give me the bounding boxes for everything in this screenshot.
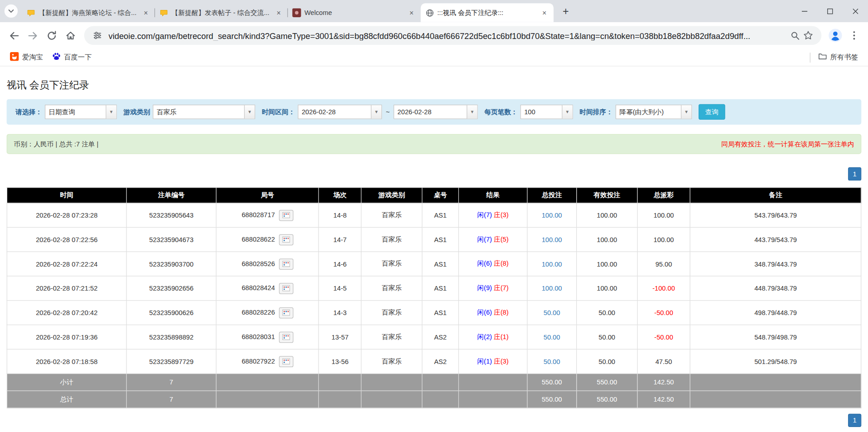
chevron-down-icon[interactable]: ▼ xyxy=(371,105,381,118)
reload-button[interactable] xyxy=(42,26,61,45)
total-bet-link[interactable]: 100.00 xyxy=(542,260,562,268)
cell-session: 14-5 xyxy=(318,276,361,301)
date-from-select[interactable]: 2026-02-28 ▼ xyxy=(298,105,382,119)
url-bar[interactable]: videoie.com/game/betrecord_search/kind3?… xyxy=(84,26,822,45)
tab-close-icon[interactable]: × xyxy=(141,8,151,18)
all-bookmarks-button[interactable]: 所有书签 xyxy=(814,50,863,64)
zoom-icon[interactable] xyxy=(788,31,801,40)
minimize-button[interactable] xyxy=(791,0,817,22)
tab-close-icon[interactable]: × xyxy=(407,8,416,18)
page-number-button[interactable]: 1 xyxy=(848,414,861,427)
cell-bet-id: 523235905643 xyxy=(126,203,216,228)
cell-time: 2026-02-28 07:21:52 xyxy=(7,276,126,301)
bet-row: 2026-02-28 07:22:56523235904673688028622… xyxy=(7,228,861,252)
page-content: 视讯 会员下注纪录 请选择： 日期查询 ▼ 游戏类别 百家乐 ▼ 时间区间： 2… xyxy=(0,67,868,427)
back-button[interactable] xyxy=(5,26,24,45)
total-row: 总计7550.00550.00142.50 xyxy=(7,391,861,408)
round-number: 688028226 xyxy=(241,308,275,316)
menu-kebab-icon[interactable] xyxy=(845,26,864,45)
cell-result: 闲(6) 庄(8) xyxy=(459,301,527,325)
minimize-icon xyxy=(801,8,807,14)
query-type-select[interactable]: 日期查询 ▼ xyxy=(45,105,117,119)
query-type-label: 请选择： xyxy=(15,107,42,116)
cell-payout: 142.50 xyxy=(637,391,690,408)
tab-title: :::视讯 会员下注纪录::: xyxy=(437,8,536,18)
welcome-favicon-icon xyxy=(292,8,301,17)
sort-select[interactable]: 降幂(由大到小) ▼ xyxy=(616,105,692,119)
result-banker: 庄(7) xyxy=(494,284,509,292)
total-bet-link[interactable]: 50.00 xyxy=(544,333,560,341)
url-text[interactable]: videoie.com/game/betrecord_search/kind3?… xyxy=(108,31,782,40)
page-size-value: 100 xyxy=(521,105,562,118)
tab-forum-thread-2[interactable]: 【新提醒】发表帖子 - 综合交流... × xyxy=(155,3,288,22)
home-button[interactable] xyxy=(61,26,80,45)
chevron-down-icon[interactable]: ▼ xyxy=(106,105,116,118)
pagination-bottom: 1 xyxy=(7,414,862,427)
cell-bet-id: 523235904673 xyxy=(126,228,216,252)
roadmap-button[interactable] xyxy=(279,234,293,245)
cell-game: 百家乐 xyxy=(362,276,422,301)
cell-table-no: AS2 xyxy=(422,325,459,349)
total-bet-link[interactable]: 100.00 xyxy=(542,211,562,219)
close-window-button[interactable] xyxy=(843,0,868,22)
tab-close-icon[interactable]: × xyxy=(274,8,284,18)
total-bet-link[interactable]: 50.00 xyxy=(544,309,560,316)
forward-button[interactable] xyxy=(23,26,42,45)
tab-title: Welcome xyxy=(304,9,404,17)
roadmap-button[interactable] xyxy=(279,331,293,342)
table-header-row: 时间注单编号局号场次游戏类别桌号结果总投注有效投注总派彩备注 xyxy=(7,188,861,203)
chevron-down-icon[interactable]: ▼ xyxy=(562,105,572,118)
cell-result: 闲(1) 庄(3) xyxy=(459,349,527,374)
page-number-button[interactable]: 1 xyxy=(848,167,861,180)
bookmark-baidu[interactable]: 百度一下 xyxy=(47,50,96,64)
cell-bet-id: 523235900626 xyxy=(126,301,216,325)
cell-payout: -100.00 xyxy=(637,276,690,301)
bet-record-table: 时间注单编号局号场次游戏类别桌号结果总投注有效投注总派彩备注 2026-02-2… xyxy=(7,187,862,408)
reload-icon xyxy=(46,30,57,41)
tab-close-icon[interactable]: × xyxy=(540,8,549,18)
tab-welcome[interactable]: Welcome × xyxy=(288,3,420,22)
cell-label: 小计 xyxy=(7,374,126,391)
cell-round: 688028031 xyxy=(216,325,318,349)
result-player: 闲(7) xyxy=(477,235,492,243)
tab-bet-record-active[interactable]: :::视讯 会员下注纪录::: × xyxy=(421,3,554,22)
cell-note: 543.79/643.79 xyxy=(690,203,861,228)
cell-result: 闲(2) 庄(1) xyxy=(459,325,527,349)
roadmap-button[interactable] xyxy=(279,356,293,367)
roadmap-button[interactable] xyxy=(279,209,293,220)
cell-valid-bet: 550.00 xyxy=(577,391,637,408)
roadmap-button[interactable] xyxy=(279,307,293,318)
chevron-down-icon[interactable]: ▼ xyxy=(681,105,691,118)
round-number: 688028526 xyxy=(241,260,275,267)
chevron-down-icon[interactable]: ▼ xyxy=(467,105,477,118)
maximize-button[interactable] xyxy=(817,0,843,22)
cell-session: 14-6 xyxy=(318,252,361,276)
total-bet-link[interactable]: 100.00 xyxy=(542,284,562,292)
tab-search-button[interactable] xyxy=(5,5,18,18)
chevron-down-icon[interactable]: ▼ xyxy=(244,105,255,118)
tab-forum-thread-1[interactable]: 【新提醒】海燕策略论坛 - 综合... × xyxy=(22,3,155,22)
bookmark-taobao[interactable]: 爱淘宝 xyxy=(5,50,47,64)
game-type-select[interactable]: 百家乐 ▼ xyxy=(153,105,255,119)
search-button[interactable]: 查询 xyxy=(699,104,725,120)
cell-payout: 100.00 xyxy=(637,228,690,252)
bet-row: 2026-02-28 07:23:28523235905643688028717… xyxy=(7,203,861,228)
total-bet-link[interactable]: 50.00 xyxy=(544,358,560,365)
new-tab-button[interactable]: + xyxy=(558,4,574,19)
roadmap-button[interactable] xyxy=(279,283,293,294)
roadmap-button[interactable] xyxy=(279,258,293,269)
profile-avatar[interactable] xyxy=(826,26,845,45)
total-bet-link[interactable]: 100.00 xyxy=(542,236,562,243)
col-session: 场次 xyxy=(318,188,361,203)
bookmark-star-icon[interactable] xyxy=(801,30,815,40)
cell-round: 688028717 xyxy=(216,203,318,228)
date-to-value: 2026-02-28 xyxy=(394,105,467,118)
round-number: 688028717 xyxy=(241,211,275,218)
cell-payout: 142.50 xyxy=(637,374,690,391)
cell-empty xyxy=(690,374,861,391)
site-info-icon[interactable] xyxy=(91,31,104,40)
page-size-select[interactable]: 100 ▼ xyxy=(521,105,573,119)
cell-count: 7 xyxy=(126,374,216,391)
cell-total-bet: 50.00 xyxy=(527,349,576,374)
date-to-select[interactable]: 2026-02-28 ▼ xyxy=(394,105,478,119)
